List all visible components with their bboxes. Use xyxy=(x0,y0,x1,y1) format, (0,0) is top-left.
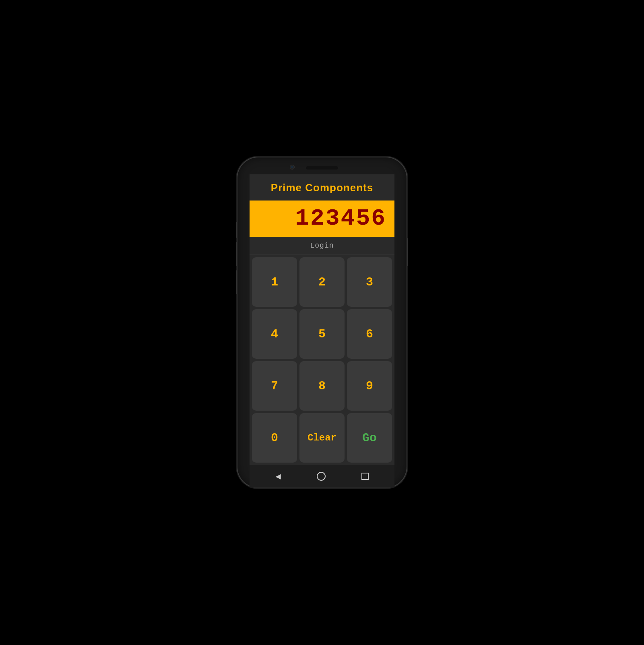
go-button[interactable]: Go xyxy=(347,413,392,463)
volume-up-button xyxy=(236,242,237,266)
keypad: 1 2 3 4 5 6 7 8 9 0 Clear Go xyxy=(250,255,394,465)
key-9[interactable]: 9 xyxy=(347,361,392,411)
phone-device: Prime Components 123456 Login 1 2 3 4 5 … xyxy=(237,157,407,488)
display-value: 123456 xyxy=(258,207,386,230)
navigation-bar: ◀ xyxy=(250,465,394,488)
clear-button[interactable]: Clear xyxy=(299,413,345,463)
key-8[interactable]: 8 xyxy=(299,361,345,411)
key-1[interactable]: 1 xyxy=(252,257,297,307)
back-button[interactable]: ◀ xyxy=(275,471,281,482)
app-title: Prime Components xyxy=(250,174,394,201)
key-2[interactable]: 2 xyxy=(299,257,345,307)
recents-button[interactable] xyxy=(361,473,369,480)
login-label: Login xyxy=(250,237,394,255)
key-6[interactable]: 6 xyxy=(347,309,392,359)
phone-screen: Prime Components 123456 Login 1 2 3 4 5 … xyxy=(250,174,394,488)
power-button xyxy=(407,238,408,266)
key-5[interactable]: 5 xyxy=(299,309,345,359)
volume-silent-button xyxy=(236,222,237,238)
volume-down-button xyxy=(236,270,237,294)
key-4[interactable]: 4 xyxy=(252,309,297,359)
display-area: 123456 xyxy=(250,201,394,237)
key-0[interactable]: 0 xyxy=(252,413,297,463)
key-3[interactable]: 3 xyxy=(347,257,392,307)
home-button[interactable] xyxy=(317,472,326,481)
key-7[interactable]: 7 xyxy=(252,361,297,411)
phone-camera xyxy=(290,165,295,170)
phone-speaker xyxy=(306,166,338,170)
